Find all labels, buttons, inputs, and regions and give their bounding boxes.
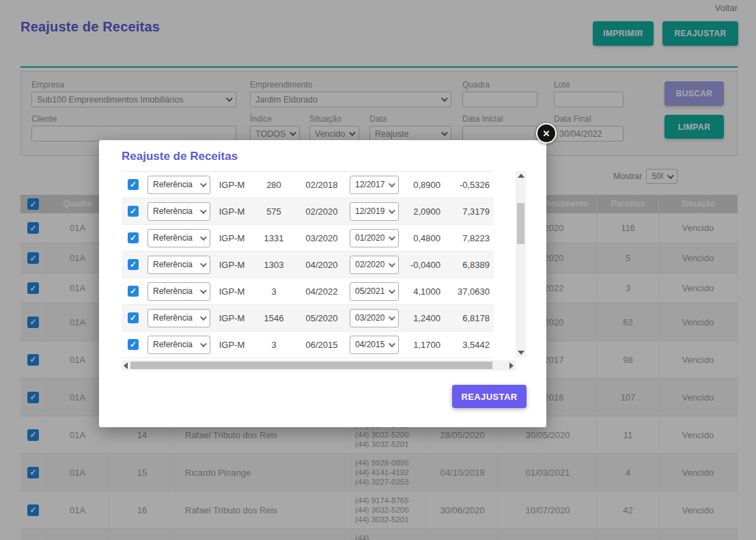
modal-checkbox-cell: ✓ — [122, 225, 145, 251]
modal-row-checkbox[interactable]: ✓ — [128, 339, 139, 350]
cell-indice: IGP-M — [213, 278, 251, 304]
cell-indice: IGP-M — [213, 172, 251, 198]
referencia-value: 02/2020 — [355, 260, 384, 269]
referencia-value: 01/2020 — [355, 233, 384, 243]
cell-indice: IGP-M — [213, 225, 251, 251]
checkmark-icon: ✓ — [130, 234, 137, 242]
cell-percentual: 2,0900 — [402, 198, 445, 224]
referencia-value: 04/2015 — [355, 340, 384, 349]
cell-quantidade: 1331 — [251, 225, 297, 251]
cell-referencia: 03/2020 — [346, 305, 402, 331]
tipo-select[interactable]: Referência — [148, 282, 210, 301]
modal-row-checkbox[interactable]: ✓ — [128, 232, 139, 243]
modal-table-body: ✓ Referência IGP-M 280 02/2018 12/2017 0… — [122, 171, 494, 358]
chevron-down-icon — [200, 340, 207, 347]
cell-referencia: 04/2015 — [346, 332, 402, 357]
close-icon: ✕ — [543, 129, 550, 138]
horizontal-scrollbar — [122, 360, 516, 370]
tipo-select[interactable]: Referência — [148, 336, 210, 354]
modal-table-row: ✓ Referência IGP-M 3 06/2015 04/2015 1,1… — [122, 332, 494, 358]
scroll-left-icon[interactable] — [124, 362, 128, 369]
cell-quantidade: 1546 — [251, 305, 297, 331]
cell-quantidade: 3 — [251, 332, 297, 357]
chevron-down-icon — [389, 207, 395, 214]
scroll-right-icon[interactable] — [509, 362, 514, 369]
modal-row-checkbox[interactable]: ✓ — [128, 259, 139, 270]
referencia-value: 12/2017 — [355, 180, 384, 189]
modal-row-checkbox[interactable]: ✓ — [128, 286, 139, 297]
modal-row-checkbox[interactable]: ✓ — [128, 179, 139, 190]
cell-acumulado: 6,8389 — [445, 252, 494, 278]
checkmark-icon: ✓ — [130, 207, 137, 215]
cell-tipo: Referência — [145, 278, 213, 304]
cell-tipo: Referência — [145, 305, 213, 331]
modal-table-row: ✓ Referência IGP-M 1303 04/2020 02/2020 … — [122, 252, 494, 278]
checkmark-icon: ✓ — [130, 340, 137, 349]
cell-mes: 05/2020 — [297, 305, 346, 331]
chevron-down-icon — [200, 207, 207, 214]
referencia-mes-select[interactable]: 12/2019 — [350, 202, 399, 221]
tipo-value: Referência — [153, 233, 193, 243]
modal-checkbox-cell: ✓ — [122, 278, 145, 304]
tipo-select[interactable]: Referência — [148, 256, 210, 274]
modal-table-row: ✓ Referência IGP-M 1331 03/2020 01/2020 … — [122, 225, 494, 252]
cell-mes: 03/2020 — [297, 225, 346, 251]
cell-percentual: -0,0400 — [402, 252, 445, 278]
vertical-scroll-thumb[interactable] — [517, 203, 524, 244]
chevron-down-icon — [200, 287, 207, 294]
referencia-mes-select[interactable]: 04/2015 — [350, 336, 399, 354]
chevron-down-icon — [389, 234, 395, 241]
tipo-select[interactable]: Referência — [148, 229, 210, 247]
tipo-select[interactable]: Referência — [148, 309, 210, 327]
cell-tipo: Referência — [145, 225, 213, 251]
cell-indice: IGP-M — [213, 252, 251, 278]
referencia-value: 03/2020 — [355, 313, 384, 323]
modal-title: Reajuste de Receitas — [122, 150, 238, 163]
modal-checkbox-cell: ✓ — [122, 332, 145, 357]
horizontal-scroll-thumb[interactable] — [130, 362, 492, 369]
referencia-value: 05/2021 — [355, 286, 384, 296]
referencia-mes-select[interactable]: 03/2020 — [350, 309, 399, 327]
modal-row-checkbox[interactable]: ✓ — [128, 312, 139, 323]
chevron-down-icon — [200, 180, 207, 187]
modal-checkbox-cell: ✓ — [122, 172, 145, 198]
cell-percentual: 4,1000 — [402, 278, 445, 304]
scroll-up-icon[interactable] — [518, 174, 524, 178]
modal-checkbox-cell: ✓ — [122, 252, 145, 278]
chevron-down-icon — [200, 260, 207, 267]
cell-tipo: Referência — [145, 198, 213, 224]
modal-checkbox-cell: ✓ — [122, 198, 145, 224]
cell-tipo: Referência — [145, 172, 213, 198]
referencia-mes-select[interactable]: 01/2020 — [350, 229, 399, 247]
cell-mes: 02/2020 — [297, 198, 346, 224]
chevron-down-icon — [389, 340, 395, 347]
modal-table-row: ✓ Referência IGP-M 280 02/2018 12/2017 0… — [122, 172, 494, 198]
cell-referencia: 01/2020 — [346, 225, 402, 251]
tipo-select[interactable]: Referência — [148, 176, 210, 194]
cell-percentual: 1,2400 — [402, 305, 445, 331]
cell-quantidade: 280 — [251, 172, 297, 198]
tipo-value: Referência — [153, 206, 193, 216]
cell-mes: 06/2015 — [297, 332, 346, 357]
cell-indice: IGP-M — [213, 332, 251, 357]
modal-table-row: ✓ Referência IGP-M 1546 05/2020 03/2020 … — [122, 305, 494, 332]
cell-referencia: 05/2021 — [346, 278, 402, 304]
referencia-value: 12/2019 — [355, 206, 384, 216]
modal-close-button[interactable]: ✕ — [536, 123, 557, 144]
modal-row-checkbox[interactable]: ✓ — [128, 206, 139, 217]
cell-acumulado: 37,0630 — [445, 278, 494, 304]
referencia-mes-select[interactable]: 02/2020 — [350, 256, 399, 274]
chevron-down-icon — [389, 314, 395, 321]
referencia-mes-select[interactable]: 05/2021 — [350, 282, 399, 301]
tipo-select[interactable]: Referência — [148, 202, 210, 221]
cell-percentual: 0,4800 — [402, 225, 445, 251]
referencia-mes-select[interactable]: 12/2017 — [350, 176, 399, 194]
scroll-down-icon[interactable] — [518, 351, 524, 355]
checkmark-icon: ✓ — [130, 180, 137, 189]
modal-reajustar-button[interactable]: REAJUSTAR — [452, 385, 527, 408]
cell-acumulado: 3,5442 — [445, 332, 494, 357]
checkmark-icon: ✓ — [130, 287, 137, 295]
modal-checkbox-cell: ✓ — [122, 305, 145, 331]
cell-tipo: Referência — [145, 332, 213, 357]
cell-indice: IGP-M — [213, 198, 251, 224]
